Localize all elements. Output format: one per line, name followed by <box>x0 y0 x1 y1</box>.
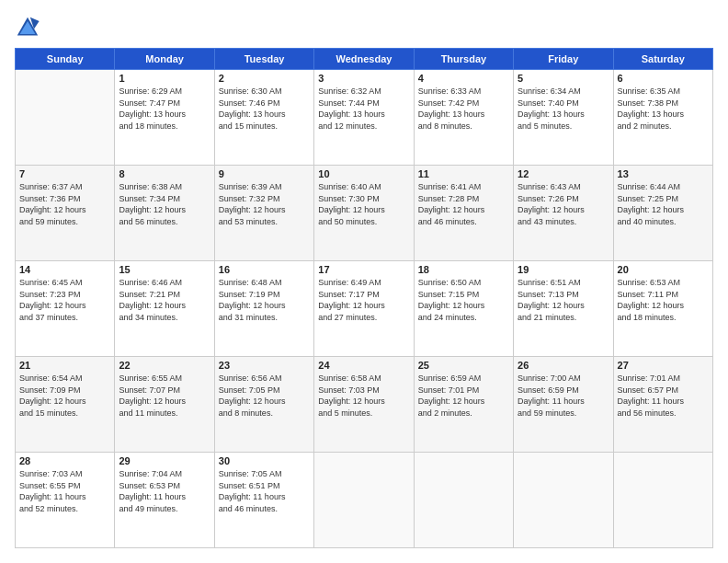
calendar-cell: 28Sunrise: 7:03 AM Sunset: 6:55 PM Dayli… <box>16 453 115 548</box>
calendar-cell: 25Sunrise: 6:59 AM Sunset: 7:01 PM Dayli… <box>414 357 513 453</box>
day-number: 2 <box>219 73 310 84</box>
day-number: 1 <box>119 73 210 84</box>
day-info: Sunrise: 7:00 AM Sunset: 6:59 PM Dayligh… <box>518 373 609 419</box>
calendar-cell: 11Sunrise: 6:41 AM Sunset: 7:28 PM Dayli… <box>414 166 513 261</box>
logo-icon <box>15 15 40 40</box>
calendar-cell: 15Sunrise: 6:46 AM Sunset: 7:21 PM Dayli… <box>115 261 214 357</box>
calendar-cell: 16Sunrise: 6:48 AM Sunset: 7:19 PM Dayli… <box>214 261 313 357</box>
day-number: 7 <box>19 168 110 179</box>
calendar-cell: 5Sunrise: 6:34 AM Sunset: 7:40 PM Daylig… <box>514 70 613 166</box>
calendar-cell: 4Sunrise: 6:33 AM Sunset: 7:42 PM Daylig… <box>414 70 513 166</box>
calendar-cell: 27Sunrise: 7:01 AM Sunset: 6:57 PM Dayli… <box>613 357 712 453</box>
day-info: Sunrise: 6:58 AM Sunset: 7:03 PM Dayligh… <box>318 373 409 419</box>
day-info: Sunrise: 6:53 AM Sunset: 7:11 PM Dayligh… <box>618 277 709 323</box>
day-number: 30 <box>219 455 310 466</box>
calendar-week-row: 21Sunrise: 6:54 AM Sunset: 7:09 PM Dayli… <box>16 357 713 453</box>
calendar-week-row: 1Sunrise: 6:29 AM Sunset: 7:47 PM Daylig… <box>16 70 713 166</box>
day-header-monday: Monday <box>115 49 214 70</box>
header-row: SundayMondayTuesdayWednesdayThursdayFrid… <box>16 49 713 70</box>
day-info: Sunrise: 6:38 AM Sunset: 7:34 PM Dayligh… <box>119 181 210 227</box>
day-header-wednesday: Wednesday <box>314 49 414 70</box>
day-number: 24 <box>318 360 409 371</box>
day-number: 25 <box>418 360 509 371</box>
day-header-saturday: Saturday <box>613 49 712 70</box>
day-number: 18 <box>418 264 509 275</box>
day-info: Sunrise: 7:04 AM Sunset: 6:53 PM Dayligh… <box>119 468 210 514</box>
day-info: Sunrise: 6:49 AM Sunset: 7:17 PM Dayligh… <box>318 277 409 323</box>
calendar-cell: 24Sunrise: 6:58 AM Sunset: 7:03 PM Dayli… <box>314 357 414 453</box>
day-info: Sunrise: 6:33 AM Sunset: 7:42 PM Dayligh… <box>418 86 509 132</box>
day-number: 3 <box>318 73 409 84</box>
day-info: Sunrise: 6:30 AM Sunset: 7:46 PM Dayligh… <box>219 86 310 132</box>
calendar-cell: 26Sunrise: 7:00 AM Sunset: 6:59 PM Dayli… <box>514 357 613 453</box>
day-info: Sunrise: 6:46 AM Sunset: 7:21 PM Dayligh… <box>119 277 210 323</box>
day-number: 20 <box>618 264 709 275</box>
calendar-cell: 6Sunrise: 6:35 AM Sunset: 7:38 PM Daylig… <box>613 70 712 166</box>
calendar-cell: 29Sunrise: 7:04 AM Sunset: 6:53 PM Dayli… <box>115 453 214 548</box>
day-info: Sunrise: 6:32 AM Sunset: 7:44 PM Dayligh… <box>318 86 409 132</box>
calendar-cell: 17Sunrise: 6:49 AM Sunset: 7:17 PM Dayli… <box>314 261 414 357</box>
calendar-cell: 3Sunrise: 6:32 AM Sunset: 7:44 PM Daylig… <box>314 70 414 166</box>
day-number: 10 <box>318 168 409 179</box>
day-info: Sunrise: 7:05 AM Sunset: 6:51 PM Dayligh… <box>219 468 310 514</box>
page: SundayMondayTuesdayWednesdayThursdayFrid… <box>0 0 728 563</box>
day-info: Sunrise: 6:50 AM Sunset: 7:15 PM Dayligh… <box>418 277 509 323</box>
day-number: 26 <box>518 360 609 371</box>
calendar-cell <box>414 453 513 548</box>
day-number: 14 <box>19 264 110 275</box>
day-info: Sunrise: 6:40 AM Sunset: 7:30 PM Dayligh… <box>318 181 409 227</box>
day-info: Sunrise: 6:51 AM Sunset: 7:13 PM Dayligh… <box>518 277 609 323</box>
calendar-cell <box>314 453 414 548</box>
calendar-cell: 14Sunrise: 6:45 AM Sunset: 7:23 PM Dayli… <box>16 261 115 357</box>
day-info: Sunrise: 6:43 AM Sunset: 7:26 PM Dayligh… <box>518 181 609 227</box>
calendar-week-row: 28Sunrise: 7:03 AM Sunset: 6:55 PM Dayli… <box>16 453 713 548</box>
day-info: Sunrise: 6:37 AM Sunset: 7:36 PM Dayligh… <box>19 181 110 227</box>
day-number: 21 <box>19 360 110 371</box>
logo <box>15 15 44 40</box>
calendar-cell <box>16 70 115 166</box>
calendar-header: SundayMondayTuesdayWednesdayThursdayFrid… <box>16 49 713 70</box>
day-number: 23 <box>219 360 310 371</box>
day-info: Sunrise: 6:39 AM Sunset: 7:32 PM Dayligh… <box>219 181 310 227</box>
header <box>15 15 713 40</box>
day-number: 5 <box>518 73 609 84</box>
day-number: 19 <box>518 264 609 275</box>
calendar-cell: 8Sunrise: 6:38 AM Sunset: 7:34 PM Daylig… <box>115 166 214 261</box>
day-number: 11 <box>418 168 509 179</box>
calendar-cell: 2Sunrise: 6:30 AM Sunset: 7:46 PM Daylig… <box>214 70 313 166</box>
calendar-cell: 12Sunrise: 6:43 AM Sunset: 7:26 PM Dayli… <box>514 166 613 261</box>
day-info: Sunrise: 6:55 AM Sunset: 7:07 PM Dayligh… <box>119 373 210 419</box>
calendar-week-row: 14Sunrise: 6:45 AM Sunset: 7:23 PM Dayli… <box>16 261 713 357</box>
day-number: 4 <box>418 73 509 84</box>
day-info: Sunrise: 6:48 AM Sunset: 7:19 PM Dayligh… <box>219 277 310 323</box>
day-info: Sunrise: 6:34 AM Sunset: 7:40 PM Dayligh… <box>518 86 609 132</box>
calendar-body: 1Sunrise: 6:29 AM Sunset: 7:47 PM Daylig… <box>16 70 713 548</box>
day-info: Sunrise: 7:01 AM Sunset: 6:57 PM Dayligh… <box>618 373 709 419</box>
day-info: Sunrise: 6:44 AM Sunset: 7:25 PM Dayligh… <box>618 181 709 227</box>
day-info: Sunrise: 6:41 AM Sunset: 7:28 PM Dayligh… <box>418 181 509 227</box>
calendar-cell: 21Sunrise: 6:54 AM Sunset: 7:09 PM Dayli… <box>16 357 115 453</box>
calendar-cell <box>514 453 613 548</box>
day-number: 16 <box>219 264 310 275</box>
day-info: Sunrise: 6:35 AM Sunset: 7:38 PM Dayligh… <box>618 86 709 132</box>
calendar-cell: 30Sunrise: 7:05 AM Sunset: 6:51 PM Dayli… <box>214 453 313 548</box>
calendar-cell: 9Sunrise: 6:39 AM Sunset: 7:32 PM Daylig… <box>214 166 313 261</box>
day-number: 13 <box>618 168 709 179</box>
day-number: 12 <box>518 168 609 179</box>
calendar-cell: 1Sunrise: 6:29 AM Sunset: 7:47 PM Daylig… <box>115 70 214 166</box>
day-number: 29 <box>119 455 210 466</box>
calendar-cell <box>613 453 712 548</box>
day-number: 17 <box>318 264 409 275</box>
day-info: Sunrise: 6:29 AM Sunset: 7:47 PM Dayligh… <box>119 86 210 132</box>
day-info: Sunrise: 6:45 AM Sunset: 7:23 PM Dayligh… <box>19 277 110 323</box>
calendar-cell: 13Sunrise: 6:44 AM Sunset: 7:25 PM Dayli… <box>613 166 712 261</box>
day-header-friday: Friday <box>514 49 613 70</box>
day-header-thursday: Thursday <box>414 49 513 70</box>
day-info: Sunrise: 6:59 AM Sunset: 7:01 PM Dayligh… <box>418 373 509 419</box>
day-header-sunday: Sunday <box>16 49 115 70</box>
day-number: 6 <box>618 73 709 84</box>
calendar-cell: 10Sunrise: 6:40 AM Sunset: 7:30 PM Dayli… <box>314 166 414 261</box>
calendar-cell: 19Sunrise: 6:51 AM Sunset: 7:13 PM Dayli… <box>514 261 613 357</box>
calendar-cell: 23Sunrise: 6:56 AM Sunset: 7:05 PM Dayli… <box>214 357 313 453</box>
calendar-week-row: 7Sunrise: 6:37 AM Sunset: 7:36 PM Daylig… <box>16 166 713 261</box>
